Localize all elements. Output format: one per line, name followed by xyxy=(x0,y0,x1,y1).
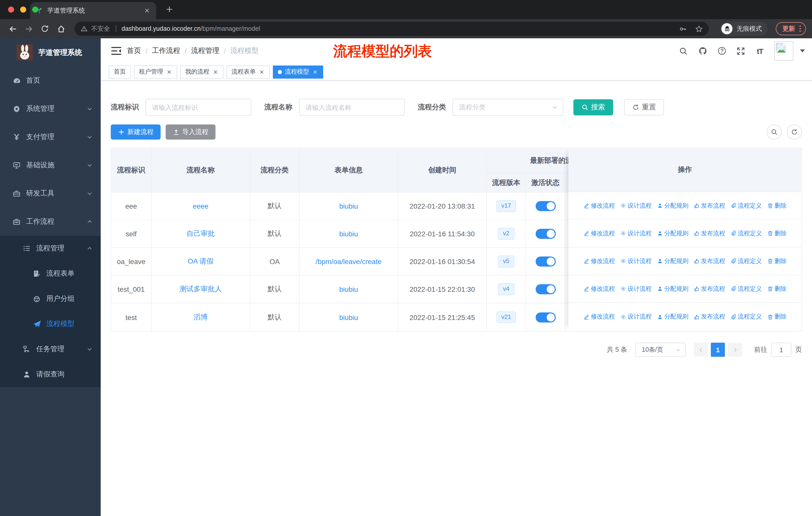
sidebar-item[interactable]: 流程表单 xyxy=(0,261,101,286)
breadcrumb-item[interactable]: 流程管理 xyxy=(191,46,220,55)
action-link[interactable]: 修改流程 xyxy=(583,284,615,293)
process-name-link[interactable]: 自己审批 xyxy=(186,229,215,238)
caret-down-icon[interactable] xyxy=(800,49,805,52)
search-icon[interactable] xyxy=(678,46,688,56)
action-link[interactable]: 分配规则 xyxy=(657,313,689,321)
bookmark-star-icon[interactable] xyxy=(695,25,703,32)
action-link[interactable]: 修改流程 xyxy=(583,229,615,238)
form-info-link[interactable]: biubiu xyxy=(339,202,358,210)
refresh-table-button[interactable] xyxy=(787,125,802,140)
avatar[interactable] xyxy=(774,41,793,60)
action-link[interactable]: 分配规则 xyxy=(657,201,689,210)
next-page-button[interactable] xyxy=(728,343,742,357)
action-link[interactable]: 流程定义 xyxy=(730,257,762,265)
active-toggle[interactable] xyxy=(535,229,555,239)
action-link[interactable]: 流程定义 xyxy=(730,229,762,238)
prev-page-button[interactable] xyxy=(694,343,708,357)
sidebar-item[interactable]: 首页 xyxy=(0,66,101,95)
active-toggle[interactable] xyxy=(535,201,555,211)
action-link[interactable]: 流程定义 xyxy=(730,313,762,321)
action-link[interactable]: 删除 xyxy=(767,257,787,265)
sidebar-item[interactable]: 流程模型 xyxy=(0,311,101,336)
action-link[interactable]: 分配规则 xyxy=(657,257,689,265)
action-link[interactable]: 分配规则 xyxy=(657,229,689,238)
action-link[interactable]: 删除 xyxy=(767,201,787,210)
action-link[interactable]: 分配规则 xyxy=(657,284,689,293)
maximize-window-button[interactable] xyxy=(32,6,38,12)
action-link[interactable]: 删除 xyxy=(767,313,787,321)
process-id-input[interactable] xyxy=(145,99,251,116)
help-icon[interactable] xyxy=(717,46,726,56)
process-name-link[interactable]: 测试多审批人 xyxy=(179,285,222,294)
page-size-select[interactable]: 10条/页 xyxy=(635,343,686,357)
toggle-search-button[interactable] xyxy=(767,125,782,140)
new-tab-button[interactable] xyxy=(163,3,175,15)
action-link[interactable]: 设计流程 xyxy=(620,201,652,210)
action-link[interactable]: 设计流程 xyxy=(620,257,652,265)
active-toggle[interactable] xyxy=(535,256,555,267)
form-info-link[interactable]: biubiu xyxy=(339,313,358,321)
close-window-button[interactable] xyxy=(8,6,14,12)
form-info-link[interactable]: /bpm/oa/leave/create xyxy=(316,257,382,266)
sidebar-item[interactable]: 流程管理 xyxy=(0,236,101,261)
action-link[interactable]: 修改流程 xyxy=(583,201,615,210)
form-info-link[interactable]: biubiu xyxy=(339,230,358,238)
sidebar-item[interactable]: 基础设施 xyxy=(0,151,101,180)
active-toggle[interactable] xyxy=(535,284,555,294)
url-bar[interactable]: 不安全 dashboard.yudao.iocoder.cn/bpm/manag… xyxy=(75,22,709,36)
action-link[interactable]: 发布流程 xyxy=(693,284,725,293)
tag[interactable]: 流程模型 xyxy=(273,65,323,78)
action-link[interactable]: 设计流程 xyxy=(620,313,652,321)
action-link[interactable]: 删除 xyxy=(767,229,787,238)
sidebar-item[interactable]: 请假查询 xyxy=(0,362,101,387)
fullscreen-icon[interactable] xyxy=(736,46,746,56)
github-icon[interactable] xyxy=(698,46,707,56)
font-size-icon[interactable]: tT xyxy=(755,46,765,56)
action-link[interactable]: 设计流程 xyxy=(620,229,652,238)
process-name-link[interactable]: 滔博 xyxy=(194,313,208,322)
action-link[interactable]: 流程定义 xyxy=(730,284,762,293)
tag-close-icon[interactable] xyxy=(312,69,318,75)
process-name-link[interactable]: OA 请假 xyxy=(188,257,214,266)
tag-close-icon[interactable] xyxy=(166,69,172,75)
tag[interactable]: 我的流程 xyxy=(180,65,224,78)
action-link[interactable]: 流程定义 xyxy=(730,201,762,210)
import-process-button[interactable]: 导入流程 xyxy=(166,125,215,140)
reset-button[interactable]: 重置 xyxy=(624,99,664,115)
browser-tab[interactable]: 芋道管理系统 xyxy=(30,2,156,19)
search-button[interactable]: 搜索 xyxy=(573,99,613,115)
create-process-button[interactable]: 新建流程 xyxy=(111,125,161,140)
sidebar-item[interactable]: 用户分组 xyxy=(0,286,101,311)
sidebar-collapse-icon[interactable] xyxy=(111,45,122,56)
goto-page-input[interactable] xyxy=(771,343,791,357)
breadcrumb-item[interactable]: 首页 xyxy=(127,46,141,55)
forward-button[interactable] xyxy=(22,22,35,35)
tag[interactable]: 首页 xyxy=(109,65,131,78)
form-info-link[interactable]: biubiu xyxy=(339,285,358,293)
action-link[interactable]: 发布流程 xyxy=(693,257,725,265)
sidebar-item[interactable]: 支付管理 xyxy=(0,123,101,151)
sidebar-item[interactable]: 任务管理 xyxy=(0,336,101,362)
tag[interactable]: 流程表单 xyxy=(227,65,270,78)
action-link[interactable]: 修改流程 xyxy=(583,257,615,265)
action-link[interactable]: 删除 xyxy=(767,284,787,293)
category-select[interactable]: 流程分类 xyxy=(453,99,563,116)
process-name-input[interactable] xyxy=(299,99,405,116)
reload-button[interactable] xyxy=(38,22,51,35)
back-button[interactable] xyxy=(6,22,19,35)
tag-close-icon[interactable] xyxy=(259,69,265,75)
active-toggle[interactable] xyxy=(535,312,555,322)
minimize-window-button[interactable] xyxy=(20,6,26,12)
sidebar-item[interactable]: 研发工具 xyxy=(0,180,101,208)
process-name-link[interactable]: eeee xyxy=(193,202,208,210)
tag-close-icon[interactable] xyxy=(212,69,219,75)
sidebar-item[interactable]: 工作流程 xyxy=(0,208,101,236)
current-page-button[interactable]: 1 xyxy=(711,343,725,357)
tab-close-icon[interactable] xyxy=(143,6,151,15)
action-link[interactable]: 发布流程 xyxy=(693,313,725,321)
action-link[interactable]: 设计流程 xyxy=(620,284,652,293)
breadcrumb-item[interactable]: 工作流程 xyxy=(152,46,180,55)
update-menu-button[interactable]: 更新 xyxy=(776,22,806,35)
action-link[interactable]: 发布流程 xyxy=(693,201,725,210)
action-link[interactable]: 修改流程 xyxy=(583,313,615,321)
